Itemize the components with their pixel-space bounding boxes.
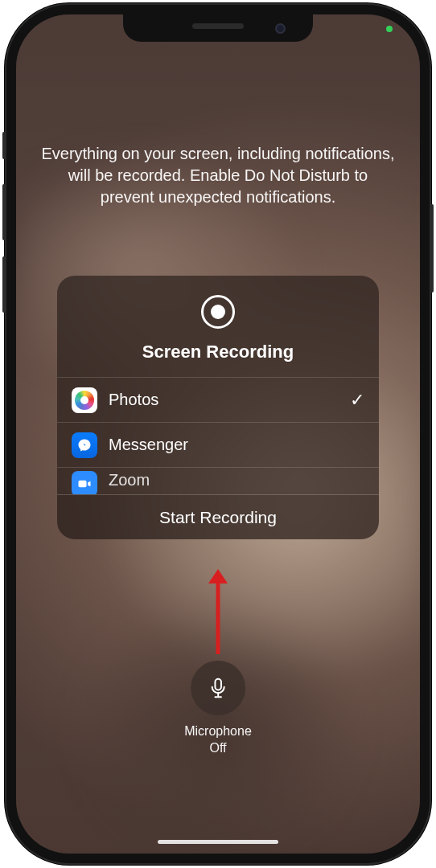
start-recording-button[interactable]: Start Recording: [57, 494, 379, 539]
home-indicator[interactable]: [158, 840, 278, 844]
svg-rect-1: [215, 679, 221, 690]
app-destination-list: Photos ✓ Messenger: [57, 377, 379, 494]
screen: Everything on your screen, including not…: [16, 14, 420, 854]
photos-icon: [72, 387, 97, 413]
notch: [123, 14, 313, 42]
microphone-toggle-button[interactable]: [191, 661, 245, 715]
microphone-label: Microphone Off: [184, 723, 252, 757]
app-row-photos[interactable]: Photos ✓: [57, 377, 379, 422]
app-label: Zoom: [109, 471, 364, 489]
mute-switch: [2, 132, 6, 159]
power-button: [430, 204, 434, 293]
record-icon: [201, 295, 235, 329]
card-header: Screen Recording: [57, 276, 379, 377]
microphone-icon: [206, 676, 230, 700]
app-row-messenger[interactable]: Messenger: [57, 422, 379, 467]
iphone-frame: Everything on your screen, including not…: [5, 3, 431, 865]
speaker: [192, 23, 244, 29]
volume-down-button: [2, 256, 6, 313]
card-title: Screen Recording: [142, 342, 294, 362]
screen-recording-card: Screen Recording Photos ✓: [57, 276, 379, 539]
messenger-icon: [72, 432, 97, 458]
app-label: Messenger: [109, 436, 364, 454]
app-label: Photos: [109, 391, 350, 409]
microphone-state: Off: [209, 741, 226, 755]
start-recording-label: Start Recording: [159, 508, 277, 527]
zoom-icon: [72, 471, 97, 494]
microphone-group: Microphone Off: [184, 661, 252, 757]
front-camera: [275, 23, 286, 34]
app-row-zoom[interactable]: Zoom: [57, 467, 379, 494]
svg-rect-0: [79, 481, 87, 487]
recording-indicator-dot: [386, 26, 393, 32]
checkmark-icon: ✓: [350, 390, 364, 411]
volume-up-button: [2, 184, 6, 240]
recording-description: Everything on your screen, including not…: [41, 143, 395, 208]
